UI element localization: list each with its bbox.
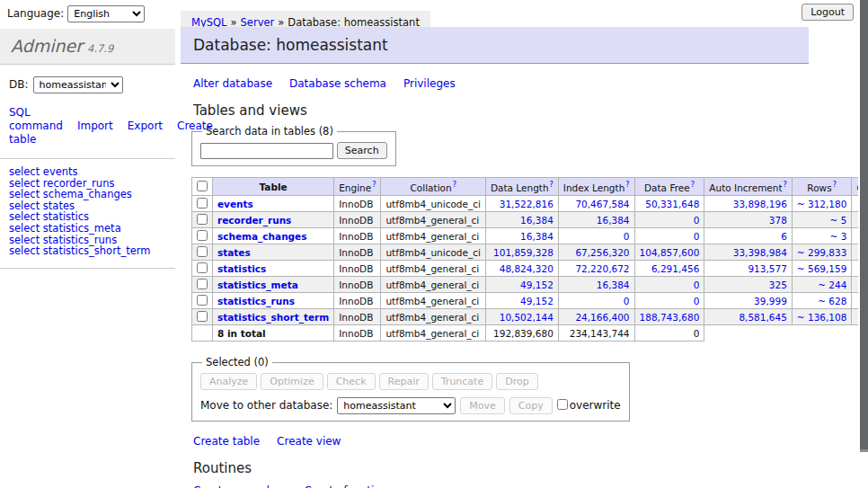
search-input[interactable] xyxy=(200,143,333,159)
auto-increment-cell: 33,898,196 xyxy=(704,196,793,212)
index-length-cell: 67,256,320 xyxy=(558,244,634,261)
column-header-data-length: Data Length? xyxy=(485,178,558,196)
table-name-cell: events xyxy=(213,196,334,212)
table-name-link[interactable]: statistics xyxy=(217,263,266,274)
overwrite-checkbox[interactable] xyxy=(557,399,568,410)
drop-button[interactable]: Drop xyxy=(496,373,537,390)
logout-button[interactable]: Logout xyxy=(802,4,854,21)
auto-increment-cell: 39,999 xyxy=(704,293,793,309)
row-checkbox[interactable] xyxy=(197,198,208,209)
move-database-select[interactable]: homeassistant xyxy=(337,397,456,414)
row-checkbox[interactable] xyxy=(197,214,208,225)
sidebar-menu-link[interactable]: SQL command xyxy=(9,106,63,132)
data-free-cell: 0 xyxy=(634,228,704,244)
row-checkbox[interactable] xyxy=(197,295,208,306)
rows-cell: ~ 244 xyxy=(792,277,852,293)
rows-cell: ~ 312,180 xyxy=(792,196,852,212)
select-all-checkbox[interactable] xyxy=(197,181,208,191)
table-name-cell: schema_changes xyxy=(213,228,334,244)
data-free-cell: 104,857,600 xyxy=(634,244,704,261)
table-name-cell: statistics_short_term xyxy=(213,309,334,325)
index-length-cell: 16,384 xyxy=(558,212,634,228)
engine-cell: InnoDB xyxy=(334,196,381,212)
row-checkbox[interactable] xyxy=(197,262,208,273)
help-icon[interactable]: ? xyxy=(691,181,695,189)
database-action-link[interactable]: Privileges xyxy=(403,77,456,90)
table-name-link[interactable]: schema_changes xyxy=(217,231,307,242)
table-name-link[interactable]: events xyxy=(217,199,253,209)
db-select[interactable]: homeassistant xyxy=(33,76,123,93)
table-name-link[interactable]: recorder_runs xyxy=(217,215,291,226)
table-name-cell: statistics xyxy=(213,261,334,277)
create-link[interactable]: Create table xyxy=(193,435,260,448)
collation-cell: utf8mb4_general_ci xyxy=(381,228,485,244)
table-name-link[interactable]: statistics_runs xyxy=(217,296,295,306)
table-name-cell: recorder_runs xyxy=(213,212,334,228)
column-label: Engine xyxy=(339,182,371,192)
rows-cell: ~ 5 xyxy=(792,212,852,228)
check-button[interactable]: Check xyxy=(327,373,376,390)
analyze-button[interactable]: Analyze xyxy=(200,373,257,390)
help-icon[interactable]: ? xyxy=(784,181,787,189)
help-icon[interactable]: ? xyxy=(453,181,456,189)
app-version[interactable]: 4.7.9 xyxy=(87,42,113,55)
engine-cell: InnoDB xyxy=(334,293,381,309)
total-empty-cell xyxy=(192,325,213,342)
language-select[interactable]: English xyxy=(67,5,145,22)
data-free-cell: 0 xyxy=(634,277,704,293)
column-label: Auto Increment xyxy=(709,182,782,192)
row-checkbox[interactable] xyxy=(197,279,208,289)
move-button[interactable]: Move xyxy=(460,397,505,414)
table-row: statistics_metaInnoDButf8mb4_general_ci4… xyxy=(192,277,868,293)
app-name[interactable]: Adminer xyxy=(11,36,83,56)
routine-create-link[interactable]: Create function xyxy=(305,484,388,488)
row-checkbox[interactable] xyxy=(197,246,208,257)
engine-cell: InnoDB xyxy=(334,277,381,293)
data-free-cell: 188,743,680 xyxy=(634,309,704,325)
table-name-link[interactable]: statistics_meta xyxy=(217,279,298,290)
app-title: Adminer4.7.9 xyxy=(0,29,175,65)
repair-button[interactable]: Repair xyxy=(379,373,429,390)
data-free-cell: 6,291,456 xyxy=(634,261,704,277)
help-icon[interactable]: ? xyxy=(833,181,837,189)
collation-cell: utf8mb4_general_ci xyxy=(381,293,485,309)
table-name-link[interactable]: states xyxy=(217,247,251,258)
row-checkbox[interactable] xyxy=(197,311,208,322)
column-label: Rows xyxy=(807,182,831,192)
data-free-cell: 50,331,648 xyxy=(634,196,704,212)
tables-header: TableEngine?Collation?Data Length?Index … xyxy=(192,178,868,196)
search-button[interactable]: Search xyxy=(337,142,387,159)
help-icon[interactable]: ? xyxy=(550,181,554,189)
table-link-statistics_short_term[interactable]: statistics_short_term xyxy=(43,244,151,257)
move-row: Move to other database:homeassistantMove… xyxy=(200,397,621,414)
row-checkbox[interactable] xyxy=(197,230,208,241)
create-link[interactable]: Create view xyxy=(277,435,341,448)
copy-button[interactable]: Copy xyxy=(509,397,553,414)
truncate-button[interactable]: Truncate xyxy=(432,373,492,390)
index-length-cell: 16,384 xyxy=(558,277,634,293)
table-row: statistics_short_termInnoDButf8mb4_gener… xyxy=(192,309,868,325)
table-row: eventsInnoDButf8mb4_unicode_ci31,522,816… xyxy=(192,196,868,212)
routine-create-links: Create procedureCreate function xyxy=(193,484,858,488)
sidebar-menu-link[interactable]: Import xyxy=(77,120,113,132)
database-action-link[interactable]: Alter database xyxy=(193,77,272,90)
column-label: Data Free xyxy=(644,182,690,192)
total-collation-cell: utf8mb4_general_ci xyxy=(381,325,485,342)
routine-create-link[interactable]: Create procedure xyxy=(193,484,288,488)
table-row: schema_changesInnoDButf8mb4_general_ci16… xyxy=(192,228,868,244)
select-link-statistics_short_term[interactable]: select xyxy=(9,244,40,257)
selected-actions: AnalyzeOptimizeCheckRepairTruncateDrop xyxy=(200,373,621,390)
row-checkbox-cell xyxy=(192,196,213,212)
help-icon[interactable]: ? xyxy=(372,181,376,189)
database-action-link[interactable]: Database schema xyxy=(289,77,386,90)
total-data-free-cell: 0 xyxy=(634,325,704,342)
table-name-link[interactable]: statistics_short_term xyxy=(217,312,329,323)
data-length-cell: 101,859,328 xyxy=(485,244,558,261)
optimize-button[interactable]: Optimize xyxy=(261,373,323,390)
data-free-cell: 0 xyxy=(634,212,704,228)
sidebar-menu-link[interactable]: Export xyxy=(128,120,163,132)
auto-increment-cell: 33,398,984 xyxy=(704,244,793,261)
engine-cell: InnoDB xyxy=(334,244,381,261)
scrollbar-thumb[interactable] xyxy=(860,0,868,452)
help-icon[interactable]: ? xyxy=(625,181,629,189)
